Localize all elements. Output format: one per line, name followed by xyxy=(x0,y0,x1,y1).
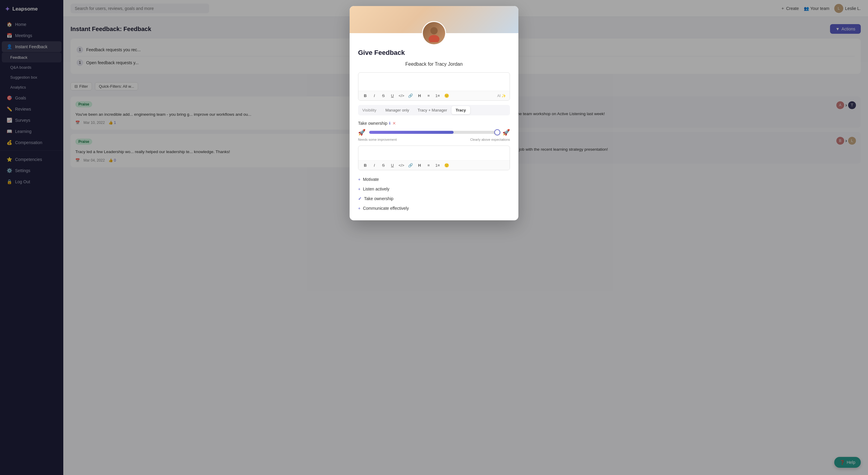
competency-list: + Motivate + Listen actively ✓ Take owne… xyxy=(358,175,510,213)
code-button-2[interactable]: </> xyxy=(398,163,405,167)
competency-info-icon[interactable]: ℹ xyxy=(389,121,391,125)
modal-body: Give Feedback Feedback for Tracy Jordan … xyxy=(350,33,518,220)
add-icon-communicate: + xyxy=(358,206,361,211)
numbered-list-button[interactable]: 1≡ xyxy=(434,93,441,98)
slider-right-label: Clearly above expectations xyxy=(470,138,510,141)
slider-labels: Needs some improvement Clearly above exp… xyxy=(358,138,510,141)
recipient-avatar xyxy=(422,21,446,45)
check-icon-ownership: ✓ xyxy=(358,196,362,201)
modal-header-bg xyxy=(350,6,518,33)
competency-section: Take ownership ℹ ✕ 🚀 🚀 Needs some improv… xyxy=(358,121,510,141)
ai-sparkle-icon: ✨ xyxy=(501,94,506,98)
numbered-list-button-2[interactable]: 1≡ xyxy=(434,163,441,167)
competency-editor-content[interactable] xyxy=(358,146,510,160)
comp-item-communicate[interactable]: + Communicate effectively xyxy=(358,203,510,213)
comp-item-ownership[interactable]: ✓ Take ownership xyxy=(358,194,510,203)
comp-item-motivate[interactable]: + Motivate xyxy=(358,175,510,184)
modal-overlay[interactable]: Give Feedback Feedback for Tracy Jordan … xyxy=(0,0,868,475)
emoji-button-2[interactable]: 🙂 xyxy=(443,163,450,167)
link-button[interactable]: 🔗 xyxy=(407,93,414,98)
comp-label-communicate: Communicate effectively xyxy=(363,206,409,211)
recipient-label: Feedback for Tracy Jordan xyxy=(358,62,510,67)
bold-button[interactable]: B xyxy=(362,93,369,98)
comp-label-motivate: Motivate xyxy=(363,177,379,182)
competency-slider-row: 🚀 🚀 xyxy=(358,129,510,136)
heading-button-2[interactable]: H xyxy=(416,163,423,167)
editor-content-area[interactable] xyxy=(358,73,510,91)
visibility-manager-only[interactable]: Manager only xyxy=(381,106,413,114)
competency-label: Take ownership xyxy=(358,121,387,126)
editor-toolbar-1: B I S U </> 🔗 H ≡ 1≡ 🙂 AI ✨ xyxy=(358,91,510,100)
avatar-image xyxy=(423,22,445,44)
modal-title: Give Feedback xyxy=(358,49,510,57)
italic-button-2[interactable]: I xyxy=(371,163,378,167)
slider-right-icon: 🚀 xyxy=(502,129,510,136)
code-button[interactable]: </> xyxy=(398,93,405,98)
strikethrough-button[interactable]: S xyxy=(380,93,387,98)
competency-header: Take ownership ℹ ✕ xyxy=(358,121,510,126)
competency-close-button[interactable]: ✕ xyxy=(393,121,396,126)
bullet-list-button-2[interactable]: ≡ xyxy=(425,163,432,167)
slider-thumb xyxy=(494,129,500,135)
heading-button[interactable]: H xyxy=(416,93,423,98)
ai-label: AI xyxy=(497,94,501,98)
visibility-selector: Visibility Manager only Tracy + Manager … xyxy=(358,105,510,116)
comp-label-listen: Listen actively xyxy=(363,187,390,191)
editor-toolbar-2: B I S U </> 🔗 H ≡ 1≡ 🙂 xyxy=(358,160,510,170)
slider-left-icon: 🚀 xyxy=(358,129,366,136)
visibility-tracy[interactable]: Tracy xyxy=(452,106,470,114)
competency-editor: B I S U </> 🔗 H ≡ 1≡ 🙂 xyxy=(358,146,510,170)
add-icon-motivate: + xyxy=(358,177,361,182)
comp-item-listen[interactable]: + Listen actively xyxy=(358,184,510,194)
competency-slider[interactable] xyxy=(369,131,499,134)
underline-button-2[interactable]: U xyxy=(389,163,396,167)
main-editor: B I S U </> 🔗 H ≡ 1≡ 🙂 AI ✨ xyxy=(358,72,510,101)
slider-fill xyxy=(369,131,454,134)
underline-button[interactable]: U xyxy=(389,93,396,98)
slider-left-label: Needs some improvement xyxy=(358,138,397,141)
svg-point-0 xyxy=(430,27,438,34)
bullet-list-button[interactable]: ≡ xyxy=(425,93,432,98)
give-feedback-modal: Give Feedback Feedback for Tracy Jordan … xyxy=(350,6,518,220)
add-icon-listen: + xyxy=(358,187,361,191)
link-button-2[interactable]: 🔗 xyxy=(407,163,414,167)
visibility-tracy-manager[interactable]: Tracy + Manager xyxy=(413,106,452,114)
comp-label-ownership: Take ownership xyxy=(364,196,393,201)
svg-point-1 xyxy=(429,35,439,42)
emoji-button[interactable]: 🙂 xyxy=(443,93,450,98)
visibility-label: Visibility xyxy=(359,108,379,113)
ai-assist-button[interactable]: AI ✨ xyxy=(497,94,506,98)
strikethrough-button-2[interactable]: S xyxy=(380,163,387,167)
italic-button[interactable]: I xyxy=(371,93,378,98)
bold-button-2[interactable]: B xyxy=(362,163,369,167)
